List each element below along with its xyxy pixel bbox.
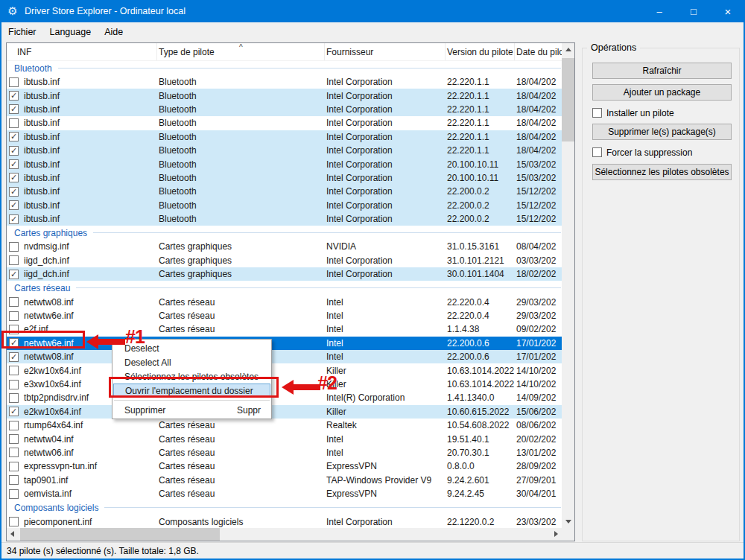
row-checkbox[interactable]: ✓	[9, 91, 19, 101]
row-checkbox[interactable]	[9, 475, 19, 485]
add-package-button[interactable]: Ajouter un package	[592, 84, 732, 101]
cell-date: 03/03/202	[515, 255, 563, 266]
table-row[interactable]: ✓netwtw08.infCartes réseauIntel22.200.0.…	[7, 350, 563, 363]
row-checkbox[interactable]	[9, 448, 19, 457]
context-menu-item-supprimer[interactable]: SupprimerSuppr	[112, 403, 271, 417]
row-checkbox[interactable]	[9, 489, 19, 499]
table-row[interactable]: netwtw06.infCartes réseauIntel20.70.30.1…	[7, 446, 563, 459]
cell-type: Bluetooth	[157, 200, 325, 211]
cell-type: Bluetooth	[157, 77, 325, 87]
table-row[interactable]: netwtw04.infCartes réseauIntel19.51.40.1…	[7, 432, 563, 445]
vertical-scrollbar-thumb[interactable]	[562, 58, 574, 141]
row-checkbox[interactable]	[9, 242, 19, 252]
context-menu-item-ouvrir-l-emplacement-du-dossier[interactable]: Ouvrir l'emplacement du dossier	[113, 384, 270, 398]
table-row[interactable]: ✓ibtusb.infBluetoothIntel Corporation22.…	[7, 103, 563, 116]
table-row[interactable]: ✓netwtw6e.infCartes réseauIntel22.200.0.…	[7, 337, 563, 350]
column-header-inf[interactable]: INF	[7, 43, 157, 60]
row-checkbox[interactable]	[9, 366, 19, 375]
table-row[interactable]: ✓ibtusb.infBluetoothIntel Corporation22.…	[7, 185, 563, 198]
table-row[interactable]: ✓ibtusb.infBluetoothIntel Corporation22.…	[7, 212, 563, 226]
row-checkbox[interactable]	[9, 434, 19, 444]
table-row[interactable]: ✓ibtusb.infBluetoothIntel Corporation20.…	[7, 171, 563, 185]
table-row[interactable]: ✓iigd_dch.infCartes graphiquesIntel Corp…	[7, 267, 563, 281]
context-menu-item-deselect[interactable]: Deselect	[112, 341, 271, 355]
row-checkbox[interactable]	[9, 77, 19, 87]
table-row[interactable]: e3xw10x64.infCartes réseauKiller10.63.10…	[7, 378, 563, 391]
maximize-button[interactable]: □	[676, 0, 711, 22]
table-row[interactable]: ✓e2kw10x64.infCartes réseauKiller10.60.6…	[7, 405, 563, 419]
table-row[interactable]: iigd_dch.infCartes graphiquesIntel Corpo…	[7, 254, 563, 267]
table-row[interactable]: netwtw6e.infCartes réseauIntel22.220.0.4…	[7, 309, 563, 322]
column-header-date[interactable]: Date du pilo	[515, 43, 562, 60]
vertical-scrollbar[interactable]	[562, 43, 574, 528]
cell-date: 17/01/202	[515, 351, 563, 362]
table-row[interactable]: e2f.infCartes réseauIntel1.1.4.3809/02/2…	[7, 322, 563, 336]
table-row[interactable]: expressvpn-tun.infCartes réseauExpressVP…	[7, 459, 563, 473]
force-delete-checkbox[interactable]	[592, 147, 602, 157]
delete-packages-button[interactable]: Supprimer le(s) package(s)	[592, 124, 732, 140]
row-checkbox[interactable]	[9, 297, 19, 307]
horizontal-scrollbar[interactable]	[7, 528, 562, 541]
row-checkbox[interactable]: ✓	[9, 159, 19, 169]
install-driver-checkbox[interactable]	[592, 108, 602, 118]
refresh-button[interactable]: Rafraîchir	[592, 63, 732, 79]
row-checkbox[interactable]	[9, 421, 19, 430]
minimize-button[interactable]: –	[642, 0, 676, 22]
table-row[interactable]: nvdmsig.infCartes graphiquesNVIDIA31.0.1…	[7, 240, 563, 253]
table-row[interactable]: tap0901.infCartes réseauTAP-Windows Prov…	[7, 474, 563, 487]
table-row[interactable]: ✓ibtusb.infBluetoothIntel Corporation20.…	[7, 157, 563, 171]
table-row[interactable]: ✓ibtusb.infBluetoothIntel Corporation22.…	[7, 89, 563, 102]
table-row[interactable]: ibtusb.infBluetoothIntel Corporation22.2…	[7, 116, 563, 130]
table-row[interactable]: ✓ibtusb.infBluetoothIntel Corporation22.…	[7, 199, 563, 212]
cell-vendor: Intel Corporation	[325, 145, 446, 156]
row-checkbox[interactable]	[9, 311, 19, 321]
row-checkbox[interactable]	[9, 255, 19, 265]
table-row[interactable]: oemvista.infCartes réseauExpressVPN9.24.…	[7, 487, 563, 500]
table-row[interactable]: tbtp2pndisdrv.infCartes réseauIntel(R) C…	[7, 391, 563, 404]
table-row[interactable]: ✓ibtusb.infBluetoothIntel Corporation22.…	[7, 130, 563, 144]
menu-item-fichier[interactable]: Fichier	[1, 22, 43, 42]
row-checkbox[interactable]: ✓	[9, 146, 19, 156]
table-row[interactable]: ibtusb.infBluetoothIntel Corporation22.2…	[7, 75, 563, 89]
row-checkbox[interactable]: ✓	[9, 104, 19, 114]
scroll-down-button[interactable]	[562, 515, 574, 528]
row-checkbox[interactable]	[9, 462, 19, 471]
group-header-label: Cartes réseau	[14, 283, 70, 293]
scroll-right-button[interactable]	[549, 528, 562, 541]
row-checkbox[interactable]: ✓	[9, 338, 19, 348]
row-checkbox[interactable]	[9, 118, 19, 128]
cell-date: 15/03/202	[515, 159, 563, 170]
row-checkbox[interactable]	[9, 517, 19, 526]
row-checkbox[interactable]: ✓	[9, 200, 19, 210]
column-header-version[interactable]: Version du pilote	[446, 43, 515, 60]
table-row[interactable]: rtump64x64.infCartes réseauRealtek10.54.…	[7, 419, 563, 432]
scroll-left-button[interactable]	[7, 528, 19, 541]
row-checkbox[interactable]: ✓	[9, 270, 19, 279]
row-checkbox[interactable]: ✓	[9, 132, 19, 141]
select-old-drivers-button[interactable]: Sélectionnez les pilotes obsolètes	[592, 164, 732, 180]
row-checkbox[interactable]: ✓	[9, 407, 19, 416]
row-checkbox[interactable]	[9, 325, 19, 334]
table-row[interactable]: e2kw10x64.infCartes réseauKiller10.63.10…	[7, 363, 563, 377]
context-menu-item-s-lectionnez-les-pilotes-obsol-tes[interactable]: Sélectionnez les pilotes obsolètes	[112, 369, 271, 384]
context-menu-item-deselect-all[interactable]: Deselect All	[112, 355, 271, 369]
table-row[interactable]: ✓ibtusb.infBluetoothIntel Corporation22.…	[7, 144, 563, 157]
row-checkbox[interactable]: ✓	[9, 352, 19, 362]
row-checkbox[interactable]	[9, 393, 19, 403]
horizontal-scrollbar-thumb[interactable]	[20, 528, 220, 541]
table-row[interactable]: piecomponent.infComposants logicielsInte…	[7, 515, 563, 528]
cell-vendor: Intel Corporation	[325, 91, 446, 101]
menu-item-language[interactable]: Language	[43, 22, 98, 42]
menu-item-aide[interactable]: Aide	[98, 22, 130, 42]
row-checkbox[interactable]	[9, 380, 19, 389]
cell-version: 22.200.0.6	[446, 338, 515, 349]
row-checkbox[interactable]: ✓	[9, 214, 19, 224]
row-checkbox[interactable]: ✓	[9, 173, 19, 182]
row-checkbox[interactable]: ✓	[9, 187, 19, 197]
close-button[interactable]: ×	[711, 0, 745, 22]
column-header-vendor[interactable]: Fournisseur	[325, 43, 446, 60]
table-row[interactable]: netwtw08.infCartes réseauIntel22.220.0.4…	[7, 295, 563, 308]
cell-date: 18/04/202	[515, 145, 563, 156]
scroll-up-button[interactable]	[562, 43, 574, 56]
inf-name: nvdmsig.inf	[24, 241, 69, 252]
